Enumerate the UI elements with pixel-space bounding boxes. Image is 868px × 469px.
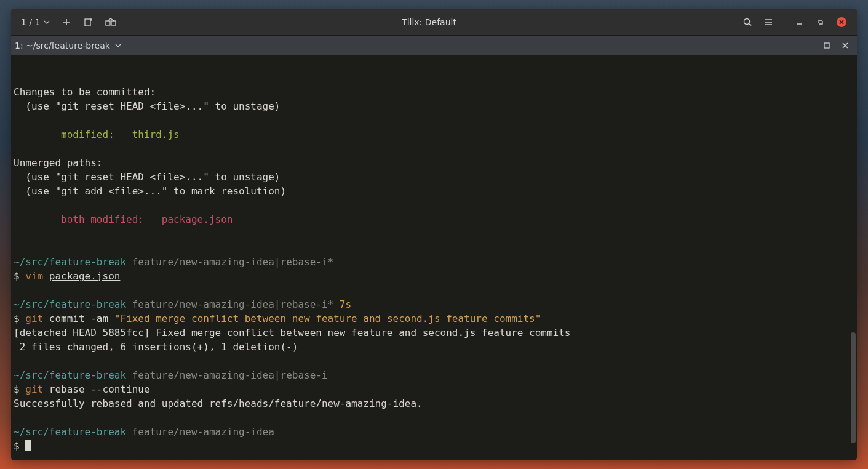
titlebar: 1 / 1 Tilix: Default: [11, 9, 857, 36]
prompt-cwd: ~/src/feature-break: [14, 426, 126, 438]
prompt-cwd: ~/src/feature-break: [14, 299, 126, 310]
search-button[interactable]: [738, 14, 757, 31]
cursor: [25, 440, 31, 451]
session-counter-label: 1 / 1: [21, 17, 40, 27]
git-unmerged-hint: (use "git add <file>..." to mark resolut…: [14, 185, 286, 197]
terminal-tabbar: 1: ~/src/feature-break: [11, 36, 857, 55]
git-staged-file: modified: third.js: [14, 129, 180, 140]
output-line: 2 files changed, 6 insertions(+), 1 dele…: [14, 341, 298, 353]
blank-line: [14, 412, 20, 423]
text-line: [14, 72, 20, 84]
svg-rect-2: [111, 21, 116, 25]
chevron-down-icon: [44, 19, 50, 25]
command-line: $ git commit -am "Fixed merge conflict b…: [14, 313, 541, 324]
prompt-line: ~/src/feature-break feature/new-amazing-…: [14, 426, 274, 438]
output-line: Successfully rebased and updated refs/he…: [14, 398, 423, 409]
command: git: [25, 383, 43, 395]
git-unmerged-header: Unmerged paths:: [14, 157, 103, 169]
separator: [784, 16, 784, 28]
close-icon: [837, 17, 846, 27]
output-line: [detached HEAD 5885fcc] Fixed merge conf…: [14, 327, 570, 339]
search-icon: [743, 17, 752, 27]
prompt-dollar: $: [14, 383, 25, 395]
command-line: $: [14, 440, 31, 452]
minimize-icon: [796, 18, 803, 26]
command: git: [25, 313, 43, 324]
prompt-branch: feature/new-amazing-idea|rebase-i: [132, 369, 328, 381]
prompt-branch: feature/new-amazing-idea|rebase-i*: [132, 256, 334, 268]
svg-rect-4: [824, 43, 829, 48]
svg-rect-1: [106, 21, 110, 25]
add-terminal-button[interactable]: [57, 14, 76, 31]
terminal-tab[interactable]: 1: ~/src/feature-break: [15, 41, 121, 50]
close-icon: [842, 42, 849, 49]
blank-line: [14, 284, 20, 296]
svg-point-3: [744, 18, 750, 24]
tilix-window: 1 / 1 Tilix: Default: [11, 9, 857, 460]
git-unmerged-hint: (use "git reset HEAD <file>..." to unsta…: [14, 171, 280, 183]
maximize-button[interactable]: [811, 14, 830, 31]
plus-icon: [62, 18, 71, 26]
prompt-dollar: $: [14, 440, 25, 452]
hamburger-icon: [763, 17, 773, 27]
prompt-line: ~/src/feature-break feature/new-amazing-…: [14, 369, 328, 381]
chevron-down-icon: [115, 42, 121, 49]
blank-line: [14, 199, 20, 211]
blank-line: [14, 242, 20, 254]
session-counter[interactable]: 1 / 1: [17, 17, 54, 27]
window-title: Tilix: Default: [120, 17, 738, 27]
prompt-branch: feature/new-amazing-idea: [132, 426, 274, 438]
command-args: commit -am: [43, 313, 114, 324]
terminal-viewport[interactable]: Changes to be committed: (use "git reset…: [11, 55, 857, 460]
command-arg: package.json: [49, 270, 121, 282]
command: vim: [25, 270, 49, 282]
command-line: $ vim package.json: [14, 270, 120, 282]
tab-controls: [819, 38, 853, 53]
prompt-dollar: $: [14, 270, 25, 282]
tab-close-button[interactable]: [837, 38, 853, 53]
minimize-button[interactable]: [790, 14, 809, 31]
prompt-branch: feature/new-amazing-idea|rebase-i*: [132, 299, 334, 310]
maximize-pane-icon: [823, 42, 830, 49]
prompt-dollar: $: [14, 313, 25, 324]
blank-line: [14, 355, 20, 367]
command-line: $ git rebase --continue: [14, 383, 150, 395]
prompt-line: ~/src/feature-break feature/new-amazing-…: [14, 256, 333, 268]
git-conflict-file: both modified: package.json: [14, 214, 233, 225]
titlebar-right: [738, 14, 851, 31]
sync-input-button[interactable]: [102, 14, 120, 31]
new-tab-icon: [84, 17, 94, 27]
command-string: "Fixed merge conflict between new featur…: [114, 313, 541, 324]
git-status-hint: (use "git reset HEAD <file>..." to unsta…: [14, 100, 280, 112]
blank-line: [14, 143, 20, 154]
terminal-content: Changes to be committed: (use "git reset…: [14, 57, 854, 453]
prompt-cwd: ~/src/feature-break: [14, 369, 126, 381]
close-button[interactable]: [832, 14, 851, 31]
prompt-time: 7s: [333, 299, 351, 310]
blank-line: [14, 228, 20, 239]
git-status-header: Changes to be committed:: [14, 86, 156, 98]
tab-maximize-button[interactable]: [819, 38, 835, 53]
new-session-button[interactable]: [79, 14, 98, 31]
prompt-cwd: ~/src/feature-break: [14, 256, 126, 268]
blank-line: [14, 114, 20, 126]
tab-label: 1: ~/src/feature-break: [15, 41, 110, 50]
command-args: rebase --continue: [43, 383, 149, 395]
prompt-line: ~/src/feature-break feature/new-amazing-…: [14, 299, 351, 310]
titlebar-left: 1 / 1: [17, 14, 120, 31]
sync-icon: [105, 18, 116, 26]
menu-button[interactable]: [759, 14, 778, 31]
scrollbar[interactable]: [851, 332, 856, 443]
svg-rect-0: [85, 19, 90, 26]
maximize-icon: [817, 18, 824, 26]
